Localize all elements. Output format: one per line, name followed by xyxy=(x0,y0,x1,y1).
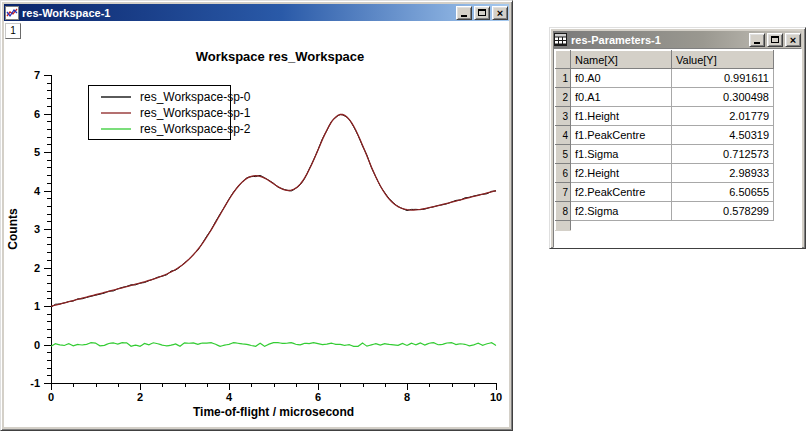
minimize-icon xyxy=(754,42,760,44)
maximize-icon xyxy=(478,9,486,16)
parameters-window: res-Parameters-1 × Name[X] Value[Y] 1f0.… xyxy=(549,27,806,249)
close-icon: × xyxy=(497,8,503,18)
cell-name[interactable]: f1.PeakCentre xyxy=(571,126,672,145)
parameters-window-controls: × xyxy=(747,33,801,47)
y-axis-tick-label: -1 xyxy=(30,377,40,389)
cell-value[interactable]: 2.98933 xyxy=(672,164,774,183)
parameters-table: Name[X] Value[Y] 1f0.A00.9916112f0.A10.3… xyxy=(555,50,774,231)
row-header[interactable]: 3 xyxy=(556,107,571,126)
y-axis-title: Counts xyxy=(6,208,20,250)
series-sp-1 xyxy=(51,115,496,307)
row-header[interactable]: 5 xyxy=(556,145,571,164)
cell-name[interactable]: f0.A0 xyxy=(571,69,672,88)
cell-name[interactable]: f1.Sigma xyxy=(571,145,672,164)
row-header[interactable]: 4 xyxy=(556,126,571,145)
cell-name[interactable]: f1.Height xyxy=(571,107,672,126)
series-sp-2 xyxy=(51,343,496,347)
row-header[interactable]: 2 xyxy=(556,88,571,107)
cell-name[interactable]: f2.Sigma xyxy=(571,202,672,221)
parameters-titlebar[interactable]: res-Parameters-1 × xyxy=(553,31,802,48)
cell-value[interactable]: 4.50319 xyxy=(672,126,774,145)
y-axis-tick-label: 2 xyxy=(34,262,40,274)
plot-title: Workspace res_Workspace xyxy=(196,49,365,64)
column-header-value[interactable]: Value[Y] xyxy=(672,51,774,69)
cell-name[interactable]: f2.Height xyxy=(571,164,672,183)
table-row: 7f2.PeakCentre6.50655 xyxy=(556,183,774,202)
row-header[interactable]: 6 xyxy=(556,164,571,183)
cell-value[interactable]: 6.50655 xyxy=(672,183,774,202)
workspace-titlebar[interactable]: res-Workspace-1 × xyxy=(4,4,509,21)
plot-canvas[interactable]: -1012345670246810Workspace res_Workspace… xyxy=(4,21,509,427)
table-row: 6f2.Height2.98933 xyxy=(556,164,774,183)
cell-value[interactable]: 0.712573 xyxy=(672,145,774,164)
y-axis-tick-label: 5 xyxy=(34,146,40,158)
legend-label: res_Workspace-sp-2 xyxy=(140,122,251,136)
empty-cell xyxy=(571,221,774,231)
x-axis-tick-label: 2 xyxy=(137,391,143,403)
y-axis-tick-label: 4 xyxy=(34,185,41,197)
table-row: 8f2.Sigma0.578299 xyxy=(556,202,774,221)
cell-name[interactable]: f2.PeakCentre xyxy=(571,183,672,202)
y-axis-tick-label: 7 xyxy=(34,69,40,81)
cell-value[interactable]: 0.300498 xyxy=(672,88,774,107)
cell-value[interactable]: 0.578299 xyxy=(672,202,774,221)
maximize-button[interactable] xyxy=(474,6,490,20)
workspace-window-controls: × xyxy=(454,6,508,20)
parameters-table-area: Name[X] Value[Y] 1f0.A00.9916112f0.A10.3… xyxy=(553,48,802,248)
row-header[interactable]: 7 xyxy=(556,183,571,202)
row-header[interactable] xyxy=(556,221,571,231)
y-axis-tick-label: 0 xyxy=(34,339,40,351)
x-axis-title: Time-of-flight / microsecond xyxy=(193,405,354,419)
maximize-icon xyxy=(771,36,779,43)
maximize-button[interactable] xyxy=(767,33,783,47)
table-row: 2f0.A10.300498 xyxy=(556,88,774,107)
parameters-window-title: res-Parameters-1 xyxy=(571,34,747,46)
table-row-partial xyxy=(556,221,774,231)
legend-label: res_Workspace-sp-0 xyxy=(140,90,251,104)
minimize-button[interactable] xyxy=(456,6,472,20)
table-row: 1f0.A00.991611 xyxy=(556,69,774,88)
cell-value[interactable]: 0.991611 xyxy=(672,69,774,88)
layer-1-button[interactable]: 1 xyxy=(5,23,21,39)
cell-value[interactable]: 2.01779 xyxy=(672,107,774,126)
row-header[interactable]: 8 xyxy=(556,202,571,221)
x-axis-tick-label: 10 xyxy=(490,391,502,403)
y-axis-tick-label: 1 xyxy=(34,300,40,312)
table-window-icon xyxy=(554,33,568,47)
x-axis-tick-label: 4 xyxy=(226,391,233,403)
close-icon: × xyxy=(790,35,796,45)
x-axis-tick-label: 8 xyxy=(404,391,410,403)
x-axis-tick-label: 0 xyxy=(48,391,54,403)
workspace-window: res-Workspace-1 × 1 -1012345670246810Wor… xyxy=(0,0,513,431)
legend-label: res_Workspace-sp-1 xyxy=(140,106,251,120)
workspace-window-title: res-Workspace-1 xyxy=(22,7,454,19)
minimize-button[interactable] xyxy=(749,33,765,47)
series-sp-0 xyxy=(51,115,496,308)
y-axis-tick-label: 6 xyxy=(34,108,40,120)
table-corner-cell[interactable] xyxy=(556,51,571,69)
row-header[interactable]: 1 xyxy=(556,69,571,88)
x-axis-tick-label: 6 xyxy=(315,391,321,403)
cell-name[interactable]: f0.A1 xyxy=(571,88,672,107)
table-row: 5f1.Sigma0.712573 xyxy=(556,145,774,164)
plot-window-icon xyxy=(5,6,19,20)
column-header-name[interactable]: Name[X] xyxy=(571,51,672,69)
table-row: 3f1.Height2.01779 xyxy=(556,107,774,126)
close-button[interactable]: × xyxy=(492,6,508,20)
minimize-icon xyxy=(461,15,467,17)
table-row: 4f1.PeakCentre4.50319 xyxy=(556,126,774,145)
plot-area: 1 -1012345670246810Workspace res_Workspa… xyxy=(4,21,509,427)
y-axis-tick-label: 3 xyxy=(34,223,40,235)
close-button[interactable]: × xyxy=(785,33,801,47)
